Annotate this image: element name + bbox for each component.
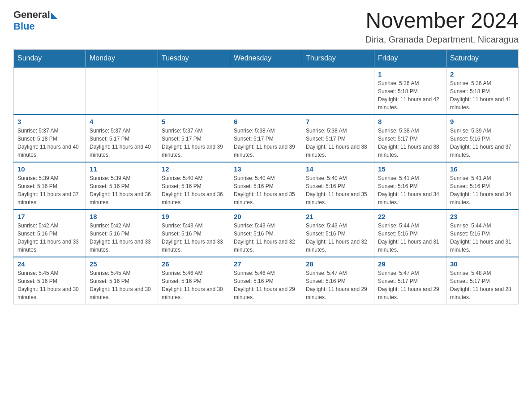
day-number: 7	[306, 118, 370, 125]
day-info: Sunrise: 5:47 AMSunset: 5:16 PMDaylight:…	[306, 269, 370, 301]
day-info: Sunrise: 5:41 AMSunset: 5:16 PMDaylight:…	[450, 174, 515, 206]
day-info: Sunrise: 5:42 AMSunset: 5:16 PMDaylight:…	[17, 222, 82, 254]
day-number: 13	[234, 165, 298, 173]
day-number: 25	[90, 260, 154, 268]
day-number: 26	[162, 260, 226, 268]
day-info: Sunrise: 5:46 AMSunset: 5:16 PMDaylight:…	[162, 269, 226, 301]
weekday-header-wednesday: Wednesday	[230, 49, 302, 67]
weekday-header-thursday: Thursday	[302, 49, 374, 67]
day-cell	[302, 67, 374, 115]
day-cell: 26Sunrise: 5:46 AMSunset: 5:16 PMDayligh…	[158, 257, 230, 304]
day-number: 6	[234, 118, 298, 125]
day-number: 20	[234, 213, 298, 220]
day-info: Sunrise: 5:43 AMSunset: 5:16 PMDaylight:…	[306, 222, 370, 254]
weekday-header-row: SundayMondayTuesdayWednesdayThursdayFrid…	[14, 49, 519, 67]
day-info: Sunrise: 5:46 AMSunset: 5:16 PMDaylight:…	[234, 269, 298, 301]
day-cell: 21Sunrise: 5:43 AMSunset: 5:16 PMDayligh…	[302, 210, 374, 257]
day-info: Sunrise: 5:45 AMSunset: 5:16 PMDaylight:…	[17, 269, 82, 301]
day-number: 9	[450, 118, 515, 125]
logo-general-text: General	[13, 9, 50, 21]
logo-blue-text: Blue	[13, 21, 35, 32]
day-number: 15	[378, 165, 442, 173]
day-number: 3	[17, 118, 82, 125]
day-info: Sunrise: 5:42 AMSunset: 5:16 PMDaylight:…	[90, 222, 154, 254]
day-number: 5	[162, 118, 226, 125]
day-cell: 22Sunrise: 5:44 AMSunset: 5:16 PMDayligh…	[374, 210, 446, 257]
day-info: Sunrise: 5:37 AMSunset: 5:17 PMDaylight:…	[90, 127, 154, 159]
week-row-1: 3Sunrise: 5:37 AMSunset: 5:18 PMDaylight…	[14, 115, 519, 162]
day-number: 12	[162, 165, 226, 173]
day-number: 2	[450, 70, 515, 78]
week-row-3: 17Sunrise: 5:42 AMSunset: 5:16 PMDayligh…	[14, 210, 519, 257]
day-info: Sunrise: 5:45 AMSunset: 5:16 PMDaylight:…	[90, 269, 154, 301]
day-cell: 15Sunrise: 5:41 AMSunset: 5:16 PMDayligh…	[374, 162, 446, 210]
day-info: Sunrise: 5:38 AMSunset: 5:17 PMDaylight:…	[306, 127, 370, 159]
day-cell: 25Sunrise: 5:45 AMSunset: 5:16 PMDayligh…	[86, 257, 158, 304]
day-cell: 20Sunrise: 5:43 AMSunset: 5:16 PMDayligh…	[230, 210, 302, 257]
day-cell: 19Sunrise: 5:43 AMSunset: 5:16 PMDayligh…	[158, 210, 230, 257]
day-cell: 3Sunrise: 5:37 AMSunset: 5:18 PMDaylight…	[14, 115, 86, 162]
day-cell: 16Sunrise: 5:41 AMSunset: 5:16 PMDayligh…	[446, 162, 519, 210]
day-number: 1	[378, 70, 442, 78]
day-info: Sunrise: 5:39 AMSunset: 5:16 PMDaylight:…	[90, 174, 154, 206]
day-number: 10	[17, 165, 82, 173]
weekday-header-sunday: Sunday	[14, 49, 86, 67]
day-cell: 5Sunrise: 5:37 AMSunset: 5:17 PMDaylight…	[158, 115, 230, 162]
day-number: 4	[90, 118, 154, 125]
day-cell: 2Sunrise: 5:36 AMSunset: 5:18 PMDaylight…	[446, 67, 519, 115]
week-row-0: 1Sunrise: 5:36 AMSunset: 5:18 PMDaylight…	[14, 67, 519, 115]
day-cell: 29Sunrise: 5:47 AMSunset: 5:17 PMDayligh…	[374, 257, 446, 304]
day-cell: 8Sunrise: 5:38 AMSunset: 5:17 PMDaylight…	[374, 115, 446, 162]
day-info: Sunrise: 5:36 AMSunset: 5:18 PMDaylight:…	[450, 79, 515, 111]
weekday-header-friday: Friday	[374, 49, 446, 67]
day-cell: 4Sunrise: 5:37 AMSunset: 5:17 PMDaylight…	[86, 115, 158, 162]
day-cell: 24Sunrise: 5:45 AMSunset: 5:16 PMDayligh…	[14, 257, 86, 304]
day-cell: 13Sunrise: 5:40 AMSunset: 5:16 PMDayligh…	[230, 162, 302, 210]
day-info: Sunrise: 5:40 AMSunset: 5:16 PMDaylight:…	[234, 174, 298, 206]
day-number: 17	[17, 213, 82, 220]
day-info: Sunrise: 5:39 AMSunset: 5:16 PMDaylight:…	[17, 174, 82, 206]
day-info: Sunrise: 5:47 AMSunset: 5:17 PMDaylight:…	[378, 269, 442, 301]
day-number: 16	[450, 165, 515, 173]
weekday-header-monday: Monday	[86, 49, 158, 67]
week-row-4: 24Sunrise: 5:45 AMSunset: 5:16 PMDayligh…	[14, 257, 519, 304]
day-info: Sunrise: 5:41 AMSunset: 5:16 PMDaylight:…	[378, 174, 442, 206]
day-cell	[86, 67, 158, 115]
day-number: 29	[378, 260, 442, 268]
day-cell: 11Sunrise: 5:39 AMSunset: 5:16 PMDayligh…	[86, 162, 158, 210]
day-info: Sunrise: 5:43 AMSunset: 5:16 PMDaylight:…	[234, 222, 298, 254]
day-cell	[14, 67, 86, 115]
day-cell: 28Sunrise: 5:47 AMSunset: 5:16 PMDayligh…	[302, 257, 374, 304]
day-cell: 1Sunrise: 5:36 AMSunset: 5:18 PMDaylight…	[374, 67, 446, 115]
title-block: November 2024 Diria, Granada Department,…	[365, 9, 519, 45]
day-info: Sunrise: 5:48 AMSunset: 5:17 PMDaylight:…	[450, 269, 515, 301]
calendar: SundayMondayTuesdayWednesdayThursdayFrid…	[13, 49, 519, 304]
day-cell: 14Sunrise: 5:40 AMSunset: 5:16 PMDayligh…	[302, 162, 374, 210]
day-info: Sunrise: 5:37 AMSunset: 5:18 PMDaylight:…	[17, 127, 82, 159]
day-info: Sunrise: 5:37 AMSunset: 5:17 PMDaylight:…	[162, 127, 226, 159]
day-number: 22	[378, 213, 442, 220]
day-number: 11	[90, 165, 154, 173]
day-cell: 18Sunrise: 5:42 AMSunset: 5:16 PMDayligh…	[86, 210, 158, 257]
weekday-header-tuesday: Tuesday	[158, 49, 230, 67]
day-info: Sunrise: 5:40 AMSunset: 5:16 PMDaylight:…	[306, 174, 370, 206]
day-info: Sunrise: 5:44 AMSunset: 5:16 PMDaylight:…	[450, 222, 515, 254]
day-number: 21	[306, 213, 370, 220]
day-cell: 10Sunrise: 5:39 AMSunset: 5:16 PMDayligh…	[14, 162, 86, 210]
week-row-2: 10Sunrise: 5:39 AMSunset: 5:16 PMDayligh…	[14, 162, 519, 210]
day-info: Sunrise: 5:38 AMSunset: 5:17 PMDaylight:…	[378, 127, 442, 159]
day-number: 27	[234, 260, 298, 268]
header: General Blue November 2024 Diria, Granad…	[13, 9, 519, 45]
day-number: 8	[378, 118, 442, 125]
subtitle: Diria, Granada Department, Nicaragua	[365, 34, 519, 45]
day-info: Sunrise: 5:36 AMSunset: 5:18 PMDaylight:…	[378, 79, 442, 111]
day-number: 18	[90, 213, 154, 220]
day-cell: 17Sunrise: 5:42 AMSunset: 5:16 PMDayligh…	[14, 210, 86, 257]
day-cell: 6Sunrise: 5:38 AMSunset: 5:17 PMDaylight…	[230, 115, 302, 162]
day-cell: 30Sunrise: 5:48 AMSunset: 5:17 PMDayligh…	[446, 257, 519, 304]
day-cell: 7Sunrise: 5:38 AMSunset: 5:17 PMDaylight…	[302, 115, 374, 162]
day-info: Sunrise: 5:44 AMSunset: 5:16 PMDaylight:…	[378, 222, 442, 254]
weekday-header-saturday: Saturday	[446, 49, 519, 67]
logo-arrow-icon	[51, 13, 57, 19]
day-cell: 9Sunrise: 5:39 AMSunset: 5:16 PMDaylight…	[446, 115, 519, 162]
